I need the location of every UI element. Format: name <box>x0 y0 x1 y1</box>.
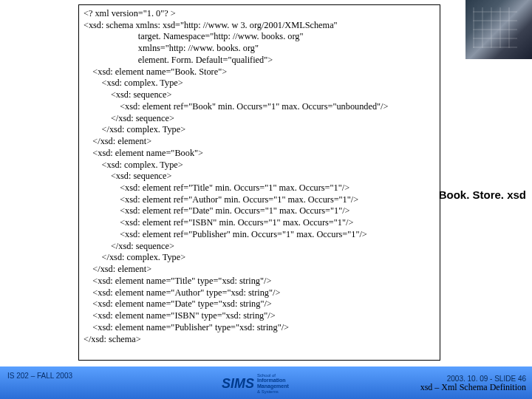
logo-main: SIMS <box>222 376 254 392</box>
footer-caption: xsd – Xml Schema Definition <box>420 382 526 393</box>
xsd-code-block: <? xml version="1. 0"? > <xsd: schema xm… <box>78 4 440 361</box>
code-content: <? xml version="1. 0"? > <xsd: schema xm… <box>83 8 388 344</box>
sims-logo: SIMS School of Information Management & … <box>222 372 318 395</box>
decorative-photo <box>466 0 532 59</box>
file-name-label: Book. Store. xsd <box>439 188 526 201</box>
logo-sub: School of Information Management & Syste… <box>257 373 289 395</box>
footer-course: IS 202 – FALL 2003 <box>7 372 72 380</box>
